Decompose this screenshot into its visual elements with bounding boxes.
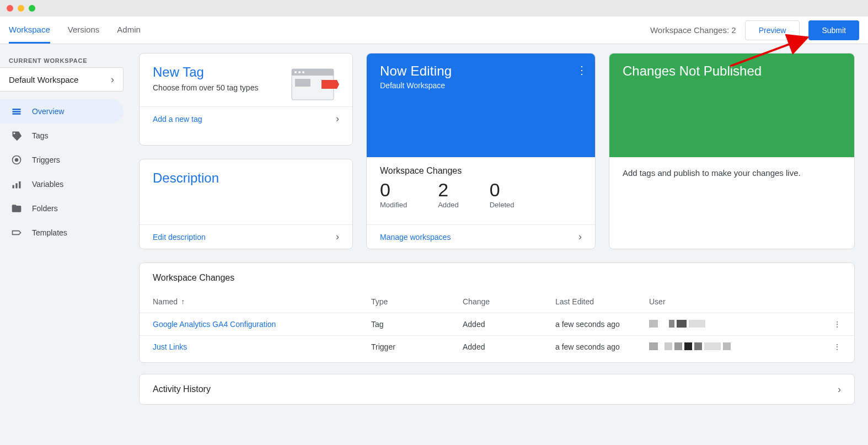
count-deleted: 0 Deleted xyxy=(490,179,515,209)
workspace-changes-count: Workspace Changes: 2 xyxy=(650,25,736,35)
count-added: 2 Added xyxy=(438,179,459,209)
workspace-changes-title: Workspace Changes xyxy=(380,166,582,176)
tag-icon xyxy=(11,130,22,141)
count-modified: 0 Modified xyxy=(380,179,407,209)
table-row[interactable]: Just Links Trigger Added a few seconds a… xyxy=(140,335,854,358)
tab-versions[interactable]: Versions xyxy=(68,17,100,44)
edit-description-label: Edit description xyxy=(153,233,206,242)
col-name[interactable]: Named ↑ xyxy=(153,297,371,306)
close-icon[interactable] xyxy=(7,5,13,12)
window-titlebar xyxy=(0,0,868,17)
svg-rect-6 xyxy=(292,69,334,76)
now-editing-card: Now Editing Default Workspace ⋮ Workspac… xyxy=(366,53,596,249)
more-vert-icon[interactable]: ⋮ xyxy=(576,63,587,77)
nav-overview[interactable]: Overview xyxy=(0,99,124,124)
overview-icon xyxy=(11,106,22,117)
description-card: Description Edit description › xyxy=(139,159,353,249)
manage-workspaces-label: Manage workspaces xyxy=(380,233,451,242)
manage-workspaces-link[interactable]: Manage workspaces › xyxy=(367,224,595,249)
nav-label: Templates xyxy=(32,228,67,237)
chevron-right-icon: › xyxy=(336,113,339,125)
trigger-icon xyxy=(11,154,22,165)
nav-templates[interactable]: Templates xyxy=(0,221,124,245)
row-type: Trigger xyxy=(371,342,463,351)
maximize-icon[interactable] xyxy=(29,5,35,12)
new-tag-subtitle: Choose from over 50 tag types xyxy=(153,83,258,92)
now-editing-subtitle: Default Workspace xyxy=(380,81,582,90)
row-edited: a few seconds ago xyxy=(555,342,649,351)
row-menu-icon[interactable]: ⋮ xyxy=(824,342,841,351)
row-change: Added xyxy=(463,320,555,329)
col-user[interactable]: User xyxy=(649,297,824,306)
svg-point-7 xyxy=(294,71,297,73)
not-published-title: Changes Not Published xyxy=(623,63,841,79)
svg-point-1 xyxy=(15,158,19,162)
workspace-changes-table: Workspace Changes Named ↑ Type Change La… xyxy=(139,262,855,363)
tab-workspace[interactable]: Workspace xyxy=(9,17,50,44)
edit-description-link[interactable]: Edit description › xyxy=(140,224,352,249)
row-name: Google Analytics GA4 Configuration xyxy=(153,320,371,329)
chevron-right-icon: › xyxy=(838,384,841,395)
changes-not-published-card: Changes Not Published Add tags and publi… xyxy=(609,53,855,249)
topbar: Workspace Versions Admin Workspace Chang… xyxy=(0,17,868,44)
chevron-right-icon: › xyxy=(336,231,339,243)
nav-label: Variables xyxy=(32,180,63,189)
tag-illustration-icon xyxy=(290,67,339,100)
svg-point-8 xyxy=(298,71,301,73)
new-tag-card: New Tag Choose from over 50 tag types xyxy=(139,53,353,146)
svg-rect-2 xyxy=(13,185,14,189)
nav-triggers[interactable]: Triggers xyxy=(0,148,124,172)
current-workspace-label: CURRENT WORKSPACE xyxy=(0,53,128,67)
row-menu-icon[interactable]: ⋮ xyxy=(824,320,841,329)
chevron-right-icon: › xyxy=(111,74,114,85)
variable-icon xyxy=(11,179,22,190)
sort-asc-icon: ↑ xyxy=(181,297,185,306)
row-type: Tag xyxy=(371,320,463,329)
row-change: Added xyxy=(463,342,555,351)
svg-rect-3 xyxy=(15,183,17,188)
now-editing-title: Now Editing xyxy=(380,63,582,79)
row-user-redacted xyxy=(649,342,824,351)
workspace-name: Default Workspace xyxy=(9,75,78,84)
not-published-body: Add tags and publish to make your change… xyxy=(609,157,854,249)
table-title: Workspace Changes xyxy=(140,263,854,291)
nav-label: Tags xyxy=(32,131,49,140)
submit-button[interactable]: Submit xyxy=(808,20,859,40)
table-header: Named ↑ Type Change Last Edited User xyxy=(140,291,854,313)
description-title: Description xyxy=(153,170,339,186)
nav-label: Folders xyxy=(32,204,58,213)
tab-admin[interactable]: Admin xyxy=(117,17,141,44)
activity-history-card[interactable]: Activity History › xyxy=(139,374,855,405)
nav-tags[interactable]: Tags xyxy=(0,124,124,148)
sidebar: CURRENT WORKSPACE Default Workspace › Ov… xyxy=(0,44,128,445)
svg-point-9 xyxy=(302,71,304,73)
svg-rect-4 xyxy=(19,181,20,189)
table-row[interactable]: Google Analytics GA4 Configuration Tag A… xyxy=(140,313,854,335)
nav-folders[interactable]: Folders xyxy=(0,196,124,221)
activity-history-title: Activity History xyxy=(153,384,211,394)
row-name: Just Links xyxy=(153,342,371,351)
workspace-selector[interactable]: Default Workspace › xyxy=(0,67,124,92)
col-last-edited[interactable]: Last Edited xyxy=(555,297,649,306)
row-user-redacted xyxy=(649,320,824,329)
template-icon xyxy=(11,227,22,238)
svg-rect-10 xyxy=(295,79,310,87)
nav-label: Triggers xyxy=(32,156,60,164)
col-type[interactable]: Type xyxy=(371,297,463,306)
col-change[interactable]: Change xyxy=(463,297,555,306)
nav-variables[interactable]: Variables xyxy=(0,172,124,196)
preview-button[interactable]: Preview xyxy=(745,20,800,40)
add-tag-label: Add a new tag xyxy=(153,115,202,124)
nav-label: Overview xyxy=(32,107,64,116)
row-edited: a few seconds ago xyxy=(555,320,649,329)
new-tag-title: New Tag xyxy=(153,65,258,80)
folder-icon xyxy=(11,203,22,214)
chevron-right-icon: › xyxy=(578,231,582,243)
add-new-tag-link[interactable]: Add a new tag › xyxy=(140,106,352,131)
main-content: New Tag Choose from over 50 tag types xyxy=(128,44,868,445)
minimize-icon[interactable] xyxy=(18,5,24,12)
